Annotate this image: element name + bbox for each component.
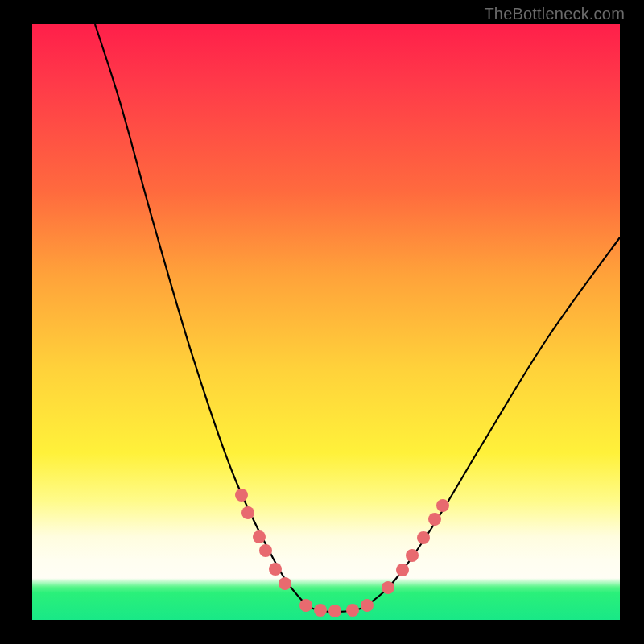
curve-marker: [361, 599, 374, 612]
chart-svg: [32, 24, 620, 620]
curve-marker: [382, 581, 394, 594]
curve-marker: [242, 506, 254, 519]
curve-marker: [346, 604, 359, 617]
marker-group: [235, 489, 449, 617]
curve-marker: [396, 564, 409, 576]
curve-marker: [279, 577, 291, 590]
watermark-text: TheBottleneck.com: [484, 5, 625, 23]
bottleneck-curve: [95, 24, 620, 612]
curve-marker: [235, 489, 248, 502]
curve-marker: [253, 530, 266, 543]
plot-area: [32, 24, 620, 620]
curve-marker: [417, 531, 430, 544]
curve-marker: [428, 513, 441, 526]
curve-marker: [436, 499, 449, 512]
curve-marker: [328, 605, 341, 617]
curve-marker: [406, 549, 419, 562]
curve-marker: [259, 544, 272, 557]
curve-marker: [314, 604, 327, 617]
curve-marker: [299, 599, 312, 612]
chart-frame: TheBottleneck.com: [0, 0, 644, 644]
curve-marker: [269, 563, 282, 576]
